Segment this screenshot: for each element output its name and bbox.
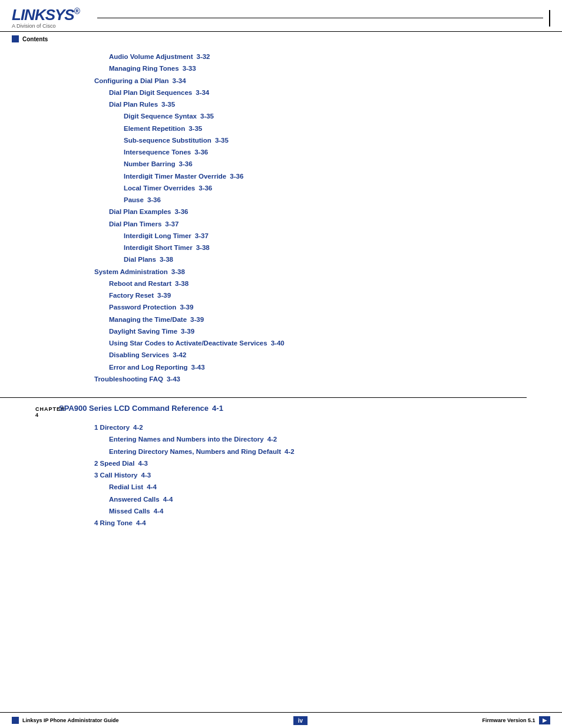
toc-item: Dial Plan Examples3-36 <box>35 207 527 217</box>
chapter-label: CHAPTER 4 <box>0 406 59 418</box>
toc-link[interactable]: Number Barring <box>124 159 176 169</box>
toc-link[interactable]: Answered Calls <box>109 495 160 505</box>
toc-item: Element Repetition3-35 <box>35 124 527 134</box>
toc-item: System Administration3-38 <box>35 267 527 277</box>
chapter-page: 4-1 <box>212 404 223 413</box>
toc-page: 3-34 <box>173 76 186 86</box>
toc-item: Entering Names and Numbers into the Dire… <box>35 434 527 444</box>
chapter-row: CHAPTER 4SPA900 Series LCD Command Refer… <box>0 397 527 418</box>
contents-icon <box>12 35 19 42</box>
toc-page: 3-38 <box>160 255 173 265</box>
toc-item: Dial Plans3-38 <box>35 255 527 265</box>
toc-link[interactable]: Password Protection <box>109 302 176 312</box>
toc-link[interactable]: Pause <box>124 195 144 205</box>
toc-page: 3-38 <box>171 267 185 277</box>
toc-link[interactable]: 1 Directory <box>94 423 130 433</box>
toc-page: 3-42 <box>173 350 186 360</box>
toc-link[interactable]: Element Repetition <box>124 124 185 134</box>
toc-item: Answered Calls4-4 <box>35 495 527 505</box>
toc-item: Local Timer Overrides3-36 <box>35 183 527 193</box>
toc-page: 4-4 <box>147 482 157 492</box>
toc-link[interactable]: Managing the Time/Date <box>109 315 187 325</box>
toc-page: 3-37 <box>165 219 178 229</box>
toc-link[interactable]: Audio Volume Adjustment <box>109 52 193 62</box>
toc-link[interactable]: 4 Ring Tone <box>94 518 133 528</box>
toc-item: Digit Sequence Syntax3-35 <box>35 111 527 121</box>
toc-link[interactable]: Dial Plan Digit Sequences <box>109 88 192 98</box>
toc-page: 4-3 <box>141 470 151 480</box>
toc-page: 4-2 <box>267 434 277 444</box>
toc-link[interactable]: Using Star Codes to Activate/Deactivate … <box>109 338 267 348</box>
toc-link[interactable]: Reboot and Restart <box>109 279 171 289</box>
toc-link[interactable]: Local Timer Overrides <box>124 183 195 193</box>
contents-text: Contents <box>22 36 48 42</box>
toc-item: Pause3-36 <box>35 195 527 205</box>
toc-page: 3-43 <box>167 374 180 384</box>
toc-item: Dial Plan Rules3-35 <box>35 100 527 110</box>
toc-item: Sub-sequence Substitution3-35 <box>35 136 527 146</box>
toc-page: 3-33 <box>183 64 196 74</box>
toc-link[interactable]: Factory Reset <box>109 291 154 301</box>
toc-item: Using Star Codes to Activate/Deactivate … <box>35 338 527 348</box>
toc-link[interactable]: Error and Log Reporting <box>109 363 188 373</box>
toc-link[interactable]: Entering Names and Numbers into the Dire… <box>109 434 264 444</box>
toc-link[interactable]: Managing Ring Tones <box>109 64 179 74</box>
toc-item: Factory Reset3-39 <box>35 291 527 301</box>
toc-item: Number Barring3-36 <box>35 159 527 169</box>
toc-page: 4-4 <box>163 495 173 505</box>
toc-link[interactable]: Interdigit Timer Master Override <box>124 172 226 182</box>
toc-item: Interdigit Short Timer3-38 <box>35 243 527 253</box>
toc-page: 4-2 <box>285 447 295 457</box>
toc-item: 2 Speed Dial4-3 <box>35 459 527 469</box>
toc-link[interactable]: 3 Call History <box>94 470 138 480</box>
toc-page: 3-38 <box>175 279 189 289</box>
toc-link[interactable]: System Administration <box>94 267 168 277</box>
toc-link[interactable]: Dial Plan Examples <box>109 207 171 217</box>
toc-link[interactable]: Interdigit Short Timer <box>124 243 193 253</box>
footer-page-number: iv <box>293 716 308 725</box>
footer-page: iv <box>293 716 308 724</box>
toc-page: 3-43 <box>191 363 205 373</box>
toc-page: 3-36 <box>179 159 193 169</box>
toc-page: 3-37 <box>195 231 209 241</box>
toc-page: 3-39 <box>157 291 171 301</box>
toc-page: 3-36 <box>199 183 212 193</box>
toc-item: Managing the Time/Date3-39 <box>35 315 527 325</box>
toc-link[interactable]: Interdigit Long Timer <box>124 231 191 241</box>
toc-page: 3-40 <box>271 338 285 348</box>
chapter-title[interactable]: SPA900 Series LCD Command Reference <box>59 404 209 413</box>
toc-link[interactable]: Dial Plan Timers <box>109 219 161 229</box>
toc-item: 1 Directory4-2 <box>35 423 527 433</box>
page-footer: Linksys IP Phone Administrator Guide iv … <box>0 712 562 728</box>
toc-link[interactable]: Sub-sequence Substitution <box>124 136 211 146</box>
toc-link[interactable]: Entering Directory Names, Numbers and Ri… <box>109 447 281 457</box>
toc-page: 3-36 <box>194 147 208 157</box>
footer-version-box: ▶ <box>539 716 550 724</box>
toc-link[interactable]: Troubleshooting FAQ <box>94 374 163 384</box>
toc-item: Password Protection3-39 <box>35 302 527 312</box>
toc-link[interactable]: Daylight Saving Time <box>109 327 177 337</box>
toc-link[interactable]: Dial Plan Rules <box>109 100 158 110</box>
toc-item: Interdigit Timer Master Override3-36 <box>35 172 527 182</box>
footer-left: Linksys IP Phone Administrator Guide <box>12 717 119 724</box>
toc-link[interactable]: Digit Sequence Syntax <box>124 111 197 121</box>
toc-link[interactable]: Missed Calls <box>109 506 150 516</box>
toc-link[interactable]: Configuring a Dial Plan <box>94 76 169 86</box>
toc-page: 3-39 <box>180 302 193 312</box>
toc-item: Configuring a Dial Plan3-34 <box>35 76 527 86</box>
toc-link[interactable]: Dial Plans <box>124 255 156 265</box>
page-header: LINKSYS® A Division of Cisco <box>0 0 562 32</box>
logo-subtitle: A Division of Cisco <box>12 23 80 29</box>
toc-link[interactable]: 2 Speed Dial <box>94 459 134 469</box>
toc-page: 3-38 <box>196 243 210 253</box>
toc-page: 3-35 <box>161 100 175 110</box>
header-right-line <box>549 10 550 27</box>
toc-link[interactable]: Intersequence Tones <box>124 147 191 157</box>
toc-link[interactable]: Disabling Services <box>109 350 169 360</box>
logo: LINKSYS® <box>12 7 80 22</box>
toc-item: Daylight Saving Time3-39 <box>35 327 527 337</box>
toc-page: 3-39 <box>181 327 194 337</box>
toc-link[interactable]: Redial List <box>109 482 143 492</box>
toc-item: Troubleshooting FAQ3-43 <box>35 374 527 384</box>
toc-item: Missed Calls4-4 <box>35 506 527 516</box>
